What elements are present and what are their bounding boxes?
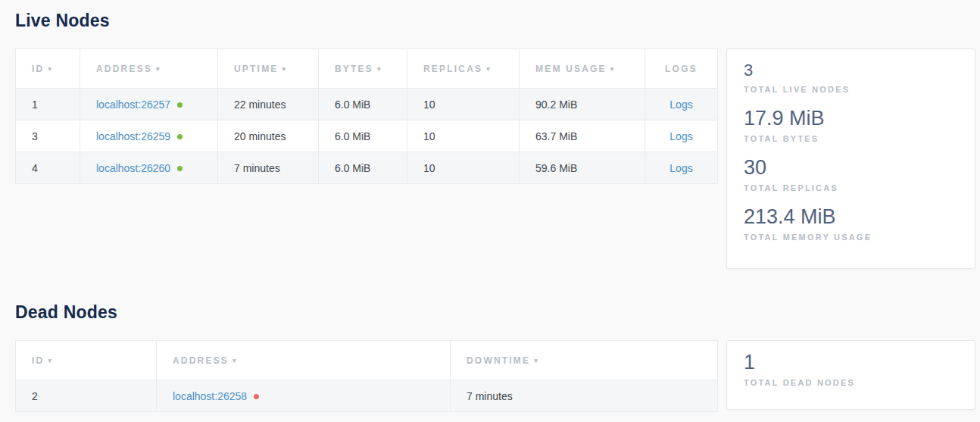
stat-total-dead-nodes: 1 Total dead nodes	[744, 351, 960, 387]
column-header-label: ID	[32, 355, 44, 366]
logs-link[interactable]: Logs	[669, 130, 692, 142]
sort-arrow-icon: ▾	[282, 65, 288, 73]
cell-node-id: 3	[16, 120, 80, 152]
column-header-bytes[interactable]: Bytes▾	[319, 49, 407, 89]
cell-node-id: 4	[16, 152, 80, 184]
live-nodes-title: Live Nodes	[15, 9, 980, 32]
live-status-icon	[177, 134, 183, 139]
cell-uptime: 20 minutes	[218, 120, 319, 152]
table-row: 4 localhost:26260 7 minutes 6.0 MiB 10 5…	[16, 152, 718, 184]
column-header-logs: Logs	[645, 49, 718, 89]
column-header-downtime[interactable]: Downtime▾	[451, 341, 718, 380]
stat-value: 1	[744, 351, 960, 374]
dead-nodes-row: ID▾ Address▾ Downtime▾ 2 loc	[15, 340, 980, 412]
sort-arrow-icon: ▾	[486, 65, 492, 73]
cell-downtime: 7 minutes	[451, 380, 718, 412]
cell-node-address: localhost:26257	[80, 89, 218, 120]
stat-label: Total bytes	[744, 134, 960, 143]
cell-node-id: 1	[16, 89, 80, 120]
stat-label: Total replicas	[744, 183, 960, 192]
table-row: 3 localhost:26259 20 minutes 6.0 MiB 10 …	[16, 120, 718, 152]
column-header-replicas[interactable]: Replicas▾	[407, 49, 520, 89]
column-header-mem-usage[interactable]: Mem Usage▾	[520, 49, 645, 89]
column-header-id[interactable]: ID▾	[16, 49, 80, 89]
stat-total-replicas: 30 Total replicas	[744, 156, 960, 192]
cell-logs: Logs	[645, 152, 718, 184]
cell-mem-usage: 59.6 MiB	[520, 152, 645, 184]
cell-node-address: localhost:26258	[157, 380, 451, 412]
cell-bytes: 6.0 MiB	[319, 152, 407, 184]
stat-value: 3	[744, 59, 960, 81]
cell-node-address: localhost:26260	[80, 152, 218, 184]
cell-uptime: 22 minutes	[218, 89, 319, 120]
column-header-label: Mem Usage	[535, 64, 607, 74]
sort-arrow-icon: ▾	[233, 357, 238, 364]
dead-status-icon	[254, 394, 259, 399]
cell-replicas: 10	[407, 120, 520, 152]
sort-arrow-icon: ▾	[534, 357, 539, 364]
column-header-label: Logs	[665, 64, 698, 74]
stat-label: Total memory usage	[744, 233, 960, 242]
live-status-icon	[177, 166, 183, 171]
cell-bytes: 6.0 MiB	[319, 120, 407, 152]
nodes-overview-page: Live Nodes ID▾ Address▾ Uptime▾	[0, 9, 980, 412]
column-header-label: Downtime	[467, 355, 530, 366]
cell-replicas: 10	[407, 89, 520, 120]
dead-table-header-row: ID▾ Address▾ Downtime▾	[16, 341, 718, 380]
logs-link[interactable]: Logs	[669, 162, 692, 174]
table-row: 2 localhost:26258 7 minutes	[16, 380, 718, 412]
table-row: 1 localhost:26257 22 minutes 6.0 MiB 10 …	[16, 89, 718, 120]
stat-total-memory-usage: 213.4 MiB Total memory usage	[744, 205, 960, 242]
cell-logs: Logs	[645, 120, 718, 152]
column-header-id[interactable]: ID▾	[16, 341, 157, 380]
column-header-label: Bytes	[335, 64, 373, 74]
stat-value: 213.4 MiB	[744, 205, 960, 229]
cell-node-id: 2	[16, 380, 157, 412]
stat-value: 17.9 MiB	[744, 107, 960, 130]
dead-summary-card: 1 Total dead nodes	[726, 340, 975, 410]
node-address-link[interactable]: localhost:26259	[96, 130, 170, 142]
node-address-link[interactable]: localhost:26258	[173, 390, 247, 402]
logs-link[interactable]: Logs	[669, 98, 692, 111]
sort-arrow-icon: ▾	[377, 65, 382, 73]
stat-total-live-nodes: 3 Total live nodes	[744, 59, 960, 94]
live-nodes-section: ID▾ Address▾ Uptime▾ Bytes▾ Replicas▾	[15, 48, 980, 269]
column-header-label: Uptime	[234, 64, 279, 74]
dead-nodes-section: Dead Nodes ID▾ Address▾ Downtim	[15, 301, 980, 412]
stat-total-bytes: 17.9 MiB Total bytes	[744, 107, 960, 143]
sort-arrow-icon: ▾	[156, 65, 161, 73]
cell-logs: Logs	[645, 89, 718, 120]
live-nodes-table: ID▾ Address▾ Uptime▾ Bytes▾ Replicas▾	[15, 48, 718, 184]
column-header-label: Address	[173, 355, 229, 366]
cell-bytes: 6.0 MiB	[319, 89, 407, 120]
node-address-link[interactable]: localhost:26260	[96, 162, 170, 174]
live-status-icon	[177, 102, 183, 108]
cell-node-address: localhost:26259	[80, 120, 218, 152]
cell-mem-usage: 63.7 MiB	[520, 120, 645, 152]
column-header-address[interactable]: Address▾	[80, 49, 218, 89]
cell-replicas: 10	[407, 152, 520, 184]
column-header-uptime[interactable]: Uptime▾	[218, 49, 319, 89]
column-header-label: ID	[32, 64, 44, 74]
column-header-label: Address	[96, 64, 152, 74]
dead-nodes-title: Dead Nodes	[15, 301, 980, 324]
live-summary-card: 3 Total live nodes 17.9 MiB Total bytes …	[726, 48, 975, 269]
stat-label: Total dead nodes	[744, 378, 960, 387]
dead-nodes-table: ID▾ Address▾ Downtime▾ 2 loc	[15, 340, 718, 412]
sort-arrow-icon: ▾	[48, 65, 53, 73]
node-address-link[interactable]: localhost:26257	[96, 98, 170, 111]
cell-mem-usage: 90.2 MiB	[520, 89, 645, 120]
sort-arrow-icon: ▾	[610, 65, 616, 73]
sort-arrow-icon: ▾	[48, 357, 53, 364]
cell-uptime: 7 minutes	[218, 152, 319, 184]
column-header-address[interactable]: Address▾	[157, 341, 451, 380]
live-table-header-row: ID▾ Address▾ Uptime▾ Bytes▾ Replicas▾	[16, 49, 718, 89]
stat-value: 30	[744, 156, 960, 180]
stat-label: Total live nodes	[744, 85, 960, 94]
column-header-label: Replicas	[423, 64, 482, 74]
